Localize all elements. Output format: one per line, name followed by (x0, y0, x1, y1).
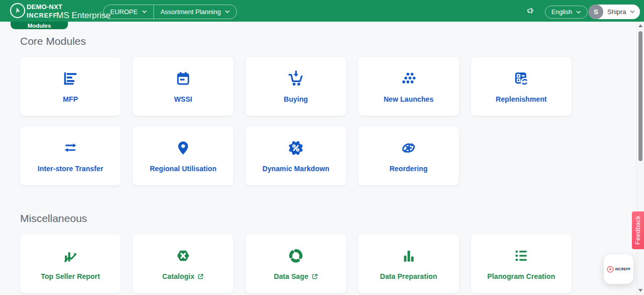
scroll-down-arrow-icon[interactable] (638, 289, 642, 292)
external-link-icon (197, 273, 204, 280)
core-modules-heading: Core Modules (20, 35, 86, 47)
transfer-arrows-icon (62, 139, 79, 157)
module-card-mfp[interactable]: MFP (20, 57, 121, 116)
announcement-button[interactable] (525, 6, 537, 16)
module-card-data-preparation[interactable]: Data Preparation (358, 234, 459, 293)
module-card-label: WSSI (174, 95, 192, 103)
module-card-label: New Launches (383, 95, 433, 103)
module-card-planogram-creation[interactable]: Planogram Creation (471, 234, 572, 293)
discount-badge-icon (287, 139, 304, 157)
brand-logo-text: INCREFF (27, 12, 57, 19)
module-card-catalogix[interactable]: Catalogix (133, 234, 233, 293)
external-link-icon (311, 273, 318, 280)
chevron-down-icon (576, 11, 581, 14)
brand-title: DEMO-NXT (27, 3, 62, 11)
hexagon-x-icon (175, 247, 192, 265)
module-card-reordering[interactable]: Reordering (358, 126, 459, 185)
widget-brand-text: INCREFF (615, 267, 631, 271)
module-card-inter-store-transfer[interactable]: Inter-store Transfer (20, 126, 121, 185)
map-pin-icon (175, 139, 191, 157)
user-menu[interactable]: S Shipra (589, 5, 640, 19)
dot-cluster-icon (400, 69, 417, 88)
segmented-donut-icon (287, 247, 304, 265)
vertical-scrollbar[interactable] (636, 22, 644, 295)
horizontal-bar-chart-icon (62, 69, 79, 88)
scrollbar-thumb[interactable] (638, 31, 642, 161)
app-header: DEMO-NXT INCREFF MS Enterprise EUROPE As… (0, 0, 644, 22)
module-card-top-seller-report[interactable]: Top Seller Report (20, 234, 121, 293)
module-card-wssi[interactable]: WSSI (133, 57, 233, 116)
increff-logo-icon[interactable] (10, 3, 25, 18)
chevron-down-icon (142, 10, 147, 14)
chat-widget-button[interactable]: INCREFF (604, 254, 633, 284)
trending-bars-icon (62, 247, 79, 265)
language-selector-value: English (551, 9, 572, 16)
vertical-bars-icon (400, 247, 417, 265)
increff-mini-logo-icon (607, 266, 614, 273)
region-selector-value: EUROPE (110, 8, 138, 16)
cart-arrow-down-icon (287, 69, 305, 88)
module-card-label: MFP (63, 95, 78, 103)
module-card-label: Data Sage (274, 272, 308, 280)
module-card-label: Replenishment (496, 95, 547, 103)
avatar: S (589, 5, 603, 19)
chevron-down-icon (630, 10, 635, 14)
module-card-label: Catalogix (163, 272, 195, 280)
brand-product: MS Enterprise (56, 11, 111, 21)
module-card-label: Inter-store Transfer (38, 165, 103, 173)
module-card-replenishment[interactable]: Replenishment (471, 57, 572, 116)
module-card-data-sage[interactable]: Data Sage (246, 234, 346, 293)
miscellaneous-row-1: Top Seller Report Catalogix (20, 234, 572, 293)
scroll-up-arrow-icon[interactable] (638, 24, 642, 27)
module-card-label: Top Seller Report (41, 272, 100, 280)
core-modules-row-1: MFP WSSI Buying (20, 57, 572, 116)
core-modules-row-2: Inter-store Transfer Regional Utilisatio… (20, 126, 459, 185)
calendar-icon (175, 69, 191, 88)
module-card-label: Buying (284, 95, 308, 103)
module-card-regional-utilisation[interactable]: Regional Utilisation (133, 126, 233, 185)
chevron-down-icon (225, 10, 230, 14)
user-name: Shipra (607, 8, 626, 16)
language-selector[interactable]: English (545, 6, 588, 19)
bullet-list-icon (513, 247, 530, 265)
miscellaneous-heading: Miscellaneous (20, 212, 87, 225)
loop-pinwheel-icon (399, 139, 418, 157)
module-card-label: Data Preparation (380, 272, 437, 280)
tab-modules[interactable]: Modules (11, 22, 68, 29)
planning-selector-value: Assortment Planning (160, 8, 221, 16)
module-card-label: Reordering (389, 165, 428, 173)
region-selector[interactable]: EUROPE (104, 5, 153, 19)
modules-sync-icon (513, 69, 530, 88)
module-card-new-launches[interactable]: New Launches (358, 57, 459, 116)
module-card-label: Regional Utilisation (150, 165, 217, 173)
module-card-dynamic-markdown[interactable]: Dynamic Markdown (246, 126, 346, 185)
module-card-label: Planogram Creation (488, 272, 555, 280)
feedback-tab-label: Feedback (634, 215, 641, 245)
megaphone-icon (526, 6, 536, 16)
planning-selector[interactable]: Assortment Planning (154, 5, 236, 19)
module-card-buying[interactable]: Buying (246, 57, 346, 116)
feedback-tab[interactable]: Feedback (632, 211, 644, 249)
module-card-label: Dynamic Markdown (262, 165, 329, 173)
context-selector: EUROPE Assortment Planning (103, 5, 237, 19)
